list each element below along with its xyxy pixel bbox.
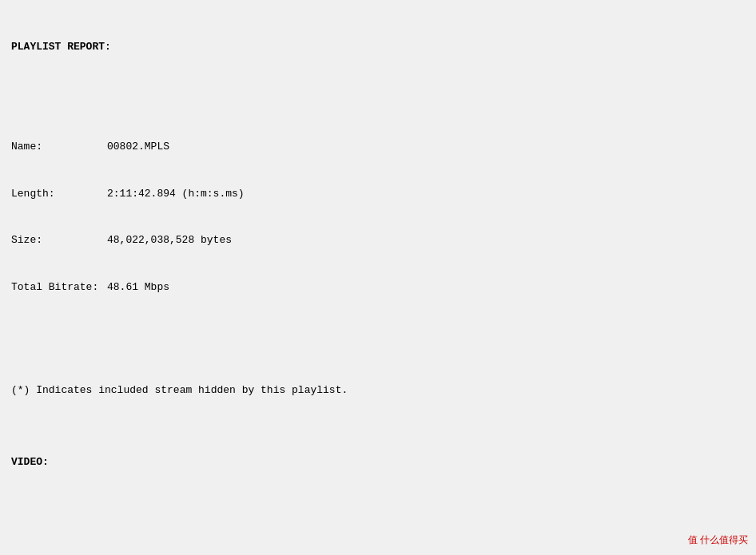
file-size-row: Size:48,022,038,528 bytes [11, 232, 745, 248]
file-info: Name:00802.MPLS Length:2:11:42.894 (h:m:… [11, 108, 745, 326]
video-header-row: CodecBitrateDescription [11, 551, 745, 556]
file-name-row: Name:00802.MPLS [11, 139, 745, 155]
bitrate-value: 48.61 Mbps [107, 281, 169, 293]
video-section-header: VIDEO: [11, 454, 745, 470]
size-value: 48,022,038,528 bytes [107, 234, 232, 246]
name-value: 00802.MPLS [107, 141, 169, 153]
report-container: PLAYLIST REPORT: Name:00802.MPLS Length:… [11, 8, 745, 555]
length-value: 2:11:42.894 (h:m:s.ms) [107, 188, 245, 200]
watermark: 值 什么值得买 [688, 533, 748, 547]
file-bitrate-row: Total Bitrate:48.61 Mbps [11, 279, 745, 295]
video-table: CodecBitrateDescription ----- -------- -… [11, 520, 745, 556]
name-label: Name: [11, 139, 107, 155]
file-length-row: Length:2:11:42.894 (h:m:s.ms) [11, 186, 745, 202]
length-label: Length: [11, 186, 107, 202]
bitrate-label: Total Bitrate: [11, 279, 107, 295]
report-title: PLAYLIST REPORT: [11, 39, 745, 55]
note-line: (*) Indicates included stream hidden by … [11, 383, 745, 398]
size-label: Size: [11, 232, 107, 248]
